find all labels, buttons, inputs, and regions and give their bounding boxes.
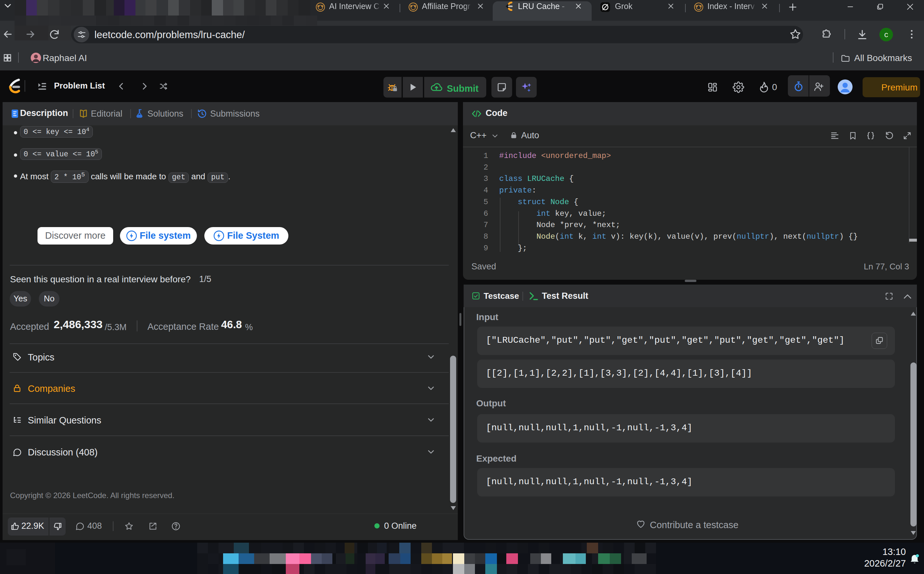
svg-text:c: c xyxy=(884,30,888,39)
